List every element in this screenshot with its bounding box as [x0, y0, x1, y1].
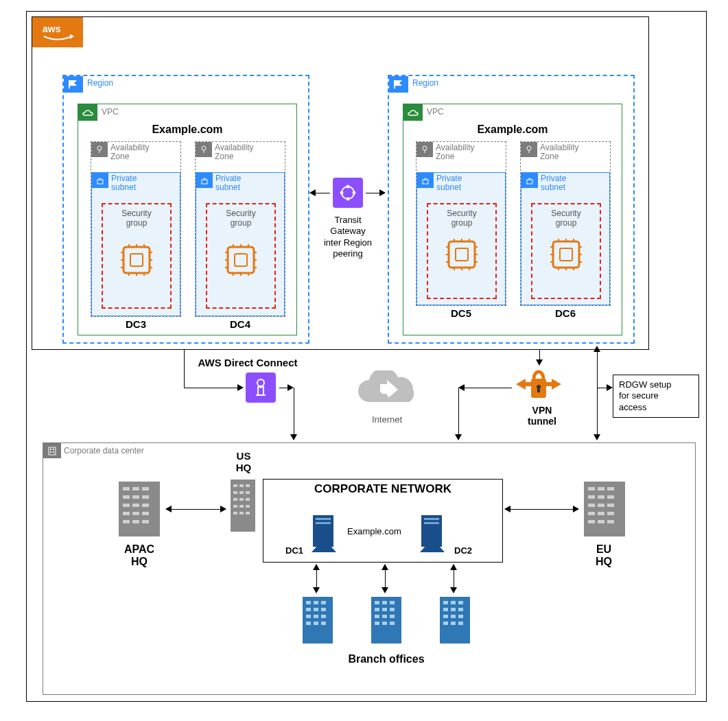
svg-point-70	[340, 191, 344, 195]
svg-rect-130	[607, 495, 614, 499]
subnet-label: Private subnet	[215, 174, 241, 192]
lock-icon	[417, 173, 434, 188]
svg-rect-118	[233, 505, 237, 508]
dc5-label: DC5	[416, 307, 506, 319]
svg-rect-119	[239, 505, 244, 508]
region-flag-icon	[389, 76, 408, 93]
sg-label: Security group	[428, 209, 495, 228]
arrow-line	[366, 193, 381, 193]
building-icon	[43, 443, 61, 458]
svg-rect-139	[607, 520, 614, 523]
svg-point-51	[527, 146, 531, 150]
svg-rect-181	[443, 615, 448, 618]
svg-rect-3	[97, 180, 103, 184]
svg-rect-134	[588, 512, 595, 515]
sg-label: Security group	[207, 209, 274, 228]
svg-rect-53	[553, 241, 579, 268]
vpc-title: Example.com	[403, 123, 622, 136]
corporate-network-box: CORPORATE NETWORK DC1 Example.com DC2	[263, 479, 503, 563]
security-group-dc3: Security group	[102, 203, 172, 309]
dc4-label: DC4	[195, 318, 285, 330]
subnet-label: Private subnet	[541, 174, 566, 192]
svg-point-2	[97, 146, 102, 150]
svg-marker-83	[516, 379, 526, 390]
az-icon	[91, 142, 108, 157]
dc2-label: DC2	[454, 545, 472, 556]
svg-point-71	[353, 191, 356, 195]
svg-rect-90	[50, 451, 51, 453]
svg-rect-156	[314, 615, 318, 618]
arrow-head-right	[607, 384, 613, 391]
ec2-instance-icon	[546, 235, 586, 277]
svg-rect-163	[382, 601, 387, 604]
building-blue-icon	[300, 594, 336, 649]
building-gray-icon	[580, 477, 629, 543]
dc6-label: DC6	[520, 307, 611, 319]
svg-rect-100	[132, 504, 139, 507]
svg-rect-129	[598, 495, 604, 499]
svg-rect-101	[142, 504, 149, 507]
arrow-head-left	[458, 384, 465, 391]
arrow-head-down	[594, 434, 600, 440]
ec2-instance-icon	[221, 240, 261, 283]
building-blue-icon	[437, 594, 473, 649]
svg-rect-170	[390, 615, 395, 618]
region-box-1: Region VPC Example.com Availability Zone…	[62, 75, 309, 344]
svg-rect-102	[123, 512, 130, 515]
security-group-dc5: Security group	[427, 203, 497, 299]
az-label: Availability Zone	[215, 143, 253, 161]
arrow-head-right	[237, 384, 244, 391]
rdgw-box: RDGW setup for secure access	[613, 375, 699, 418]
arrow-head-right	[287, 384, 294, 391]
svg-point-69	[347, 198, 350, 201]
svg-rect-150	[314, 601, 318, 604]
svg-rect-52	[527, 180, 532, 184]
building-small-gray-icon	[228, 477, 257, 536]
arrow-line	[294, 388, 294, 436]
svg-rect-137	[588, 520, 595, 523]
svg-rect-179	[451, 608, 456, 611]
security-group-dc4: Security group	[206, 203, 276, 309]
arrow-line	[454, 569, 454, 589]
vpn-tunnel-icon	[515, 366, 563, 406]
private-subnet-dc5: Private subnet Security group	[416, 172, 506, 305]
svg-point-35	[423, 146, 427, 150]
region-label: Region	[412, 78, 438, 88]
aws-logo-icon: aws	[32, 17, 83, 47]
transit-gateway-label: Transit Gateway inter Region peering	[320, 215, 375, 259]
svg-text:aws: aws	[43, 23, 61, 34]
us-hq-label: US HQ	[230, 450, 257, 474]
svg-rect-103	[132, 512, 139, 515]
svg-rect-36	[423, 180, 428, 184]
arrow-line	[597, 388, 598, 436]
branch-offices-label: Branch offices	[338, 653, 434, 665]
svg-rect-19	[202, 180, 207, 184]
direct-connect-icon	[246, 373, 276, 403]
arrow-head-down	[450, 587, 457, 593]
svg-rect-1	[69, 80, 70, 88]
svg-rect-86	[546, 382, 553, 386]
corporate-data-center: Corporate data center APAC HQ US HQ EU H…	[43, 442, 696, 695]
svg-rect-185	[451, 622, 456, 625]
direct-connect-label: AWS Direct Connect	[189, 357, 306, 368]
svg-rect-142	[316, 522, 331, 524]
svg-rect-165	[375, 608, 379, 611]
svg-rect-106	[132, 520, 139, 523]
svg-rect-115	[233, 498, 237, 501]
svg-rect-87	[49, 447, 56, 455]
svg-rect-167	[390, 608, 395, 611]
svg-rect-111	[246, 484, 250, 487]
arrow-line	[464, 388, 512, 388]
svg-rect-180	[458, 608, 463, 611]
svg-rect-122	[239, 512, 244, 515]
svg-rect-172	[382, 622, 387, 625]
svg-rect-107	[142, 520, 149, 523]
svg-rect-177	[458, 601, 463, 604]
svg-rect-135	[598, 512, 604, 515]
arrow-head-up	[313, 564, 320, 570]
region-flag-icon	[64, 76, 83, 93]
svg-rect-34	[394, 80, 395, 88]
arrow-line	[316, 569, 317, 589]
svg-rect-99	[123, 504, 130, 507]
svg-rect-182	[451, 615, 456, 618]
